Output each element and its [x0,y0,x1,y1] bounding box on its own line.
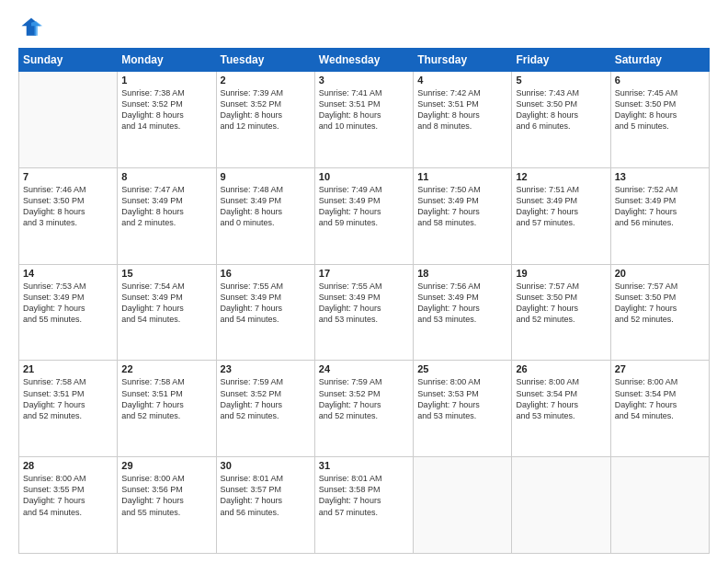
day-cell-31: 31Sunrise: 8:01 AM Sunset: 3:58 PM Dayli… [314,457,413,554]
day-cell-16: 16Sunrise: 7:55 AM Sunset: 3:49 PM Dayli… [216,264,314,361]
day-number: 24 [319,363,409,374]
svg-marker-0 [22,18,41,36]
day-info: Sunrise: 7:48 AM Sunset: 3:49 PM Dayligh… [221,184,311,229]
day-cell-13: 13Sunrise: 7:52 AM Sunset: 3:49 PM Dayli… [610,167,709,264]
day-number: 26 [516,363,606,374]
day-number: 4 [417,75,507,86]
day-info: Sunrise: 7:43 AM Sunset: 3:50 PM Dayligh… [516,87,606,132]
day-cell-19: 19Sunrise: 7:57 AM Sunset: 3:50 PM Dayli… [512,264,610,361]
day-number: 11 [417,171,507,182]
day-info: Sunrise: 7:39 AM Sunset: 3:52 PM Dayligh… [221,87,311,132]
weekday-header-wednesday: Wednesday [314,49,413,72]
day-info: Sunrise: 7:41 AM Sunset: 3:51 PM Dayligh… [319,87,409,132]
day-cell-6: 6Sunrise: 7:45 AM Sunset: 3:50 PM Daylig… [610,72,709,168]
day-number: 8 [121,171,211,182]
day-info: Sunrise: 7:46 AM Sunset: 3:50 PM Dayligh… [23,184,113,229]
empty-cell [414,457,512,554]
day-cell-22: 22Sunrise: 7:58 AM Sunset: 3:51 PM Dayli… [118,361,216,457]
empty-cell [512,457,610,554]
day-number: 21 [23,363,113,374]
day-info: Sunrise: 7:57 AM Sunset: 3:50 PM Dayligh… [615,281,705,326]
day-number: 27 [615,363,705,374]
weekday-header-friday: Friday [512,49,610,72]
header [18,15,710,40]
weekday-header-tuesday: Tuesday [216,49,314,72]
day-number: 18 [417,268,507,279]
day-cell-27: 27Sunrise: 8:00 AM Sunset: 3:54 PM Dayli… [610,361,709,457]
day-cell-25: 25Sunrise: 8:00 AM Sunset: 3:53 PM Dayli… [414,361,512,457]
weekday-header-monday: Monday [118,49,216,72]
day-number: 30 [221,460,311,471]
day-cell-20: 20Sunrise: 7:57 AM Sunset: 3:50 PM Dayli… [610,264,709,361]
day-cell-30: 30Sunrise: 8:01 AM Sunset: 3:57 PM Dayli… [216,457,314,554]
calendar-table: SundayMondayTuesdayWednesdayThursdayFrid… [18,48,710,554]
day-cell-15: 15Sunrise: 7:54 AM Sunset: 3:49 PM Dayli… [118,264,216,361]
day-info: Sunrise: 7:56 AM Sunset: 3:49 PM Dayligh… [417,281,507,326]
day-cell-23: 23Sunrise: 7:59 AM Sunset: 3:52 PM Dayli… [216,361,314,457]
logo-icon [18,15,44,40]
empty-cell [610,457,709,554]
logo [18,15,48,40]
day-number: 19 [516,268,606,279]
weekday-header-saturday: Saturday [610,49,709,72]
day-cell-1: 1Sunrise: 7:38 AM Sunset: 3:52 PM Daylig… [118,72,216,168]
day-number: 28 [23,460,113,471]
day-cell-10: 10Sunrise: 7:49 AM Sunset: 3:49 PM Dayli… [314,167,413,264]
day-cell-21: 21Sunrise: 7:58 AM Sunset: 3:51 PM Dayli… [19,361,118,457]
day-number: 7 [23,171,113,182]
day-info: Sunrise: 8:00 AM Sunset: 3:55 PM Dayligh… [23,473,113,518]
day-info: Sunrise: 7:38 AM Sunset: 3:52 PM Dayligh… [121,87,211,132]
day-info: Sunrise: 7:53 AM Sunset: 3:49 PM Dayligh… [23,281,113,326]
day-cell-5: 5Sunrise: 7:43 AM Sunset: 3:50 PM Daylig… [512,72,610,168]
day-number: 29 [121,460,211,471]
day-number: 20 [615,268,705,279]
day-info: Sunrise: 7:52 AM Sunset: 3:49 PM Dayligh… [615,184,705,229]
day-info: Sunrise: 8:00 AM Sunset: 3:53 PM Dayligh… [417,376,507,421]
day-number: 6 [615,75,705,86]
day-cell-4: 4Sunrise: 7:42 AM Sunset: 3:51 PM Daylig… [414,72,512,168]
empty-cell [19,72,118,168]
day-number: 15 [121,268,211,279]
weekday-header-row: SundayMondayTuesdayWednesdayThursdayFrid… [19,49,710,72]
day-info: Sunrise: 7:50 AM Sunset: 3:49 PM Dayligh… [417,184,507,229]
day-cell-3: 3Sunrise: 7:41 AM Sunset: 3:51 PM Daylig… [314,72,413,168]
day-cell-2: 2Sunrise: 7:39 AM Sunset: 3:52 PM Daylig… [216,72,314,168]
day-info: Sunrise: 8:00 AM Sunset: 3:54 PM Dayligh… [516,376,606,421]
day-info: Sunrise: 7:45 AM Sunset: 3:50 PM Dayligh… [615,87,705,132]
day-cell-18: 18Sunrise: 7:56 AM Sunset: 3:49 PM Dayli… [414,264,512,361]
week-row-1: 1Sunrise: 7:38 AM Sunset: 3:52 PM Daylig… [19,72,710,168]
day-cell-8: 8Sunrise: 7:47 AM Sunset: 3:49 PM Daylig… [118,167,216,264]
week-row-4: 21Sunrise: 7:58 AM Sunset: 3:51 PM Dayli… [19,361,710,457]
day-number: 1 [121,75,211,86]
week-row-2: 7Sunrise: 7:46 AM Sunset: 3:50 PM Daylig… [19,167,710,264]
day-cell-14: 14Sunrise: 7:53 AM Sunset: 3:49 PM Dayli… [19,264,118,361]
day-number: 10 [319,171,409,182]
day-info: Sunrise: 8:01 AM Sunset: 3:58 PM Dayligh… [319,473,409,518]
page: SundayMondayTuesdayWednesdayThursdayFrid… [0,0,728,563]
day-number: 23 [221,363,311,374]
weekday-header-thursday: Thursday [414,49,512,72]
day-number: 25 [417,363,507,374]
day-info: Sunrise: 7:55 AM Sunset: 3:49 PM Dayligh… [221,281,311,326]
day-number: 12 [516,171,606,182]
day-cell-29: 29Sunrise: 8:00 AM Sunset: 3:56 PM Dayli… [118,457,216,554]
day-info: Sunrise: 8:01 AM Sunset: 3:57 PM Dayligh… [221,473,311,518]
day-number: 5 [516,75,606,86]
day-info: Sunrise: 7:42 AM Sunset: 3:51 PM Dayligh… [417,87,507,132]
day-cell-11: 11Sunrise: 7:50 AM Sunset: 3:49 PM Dayli… [414,167,512,264]
day-number: 9 [221,171,311,182]
day-number: 22 [121,363,211,374]
day-cell-17: 17Sunrise: 7:55 AM Sunset: 3:49 PM Dayli… [314,264,413,361]
day-cell-26: 26Sunrise: 8:00 AM Sunset: 3:54 PM Dayli… [512,361,610,457]
day-info: Sunrise: 7:47 AM Sunset: 3:49 PM Dayligh… [121,184,211,229]
day-number: 16 [221,268,311,279]
day-number: 2 [221,75,311,86]
day-cell-28: 28Sunrise: 8:00 AM Sunset: 3:55 PM Dayli… [19,457,118,554]
day-number: 31 [319,460,409,471]
day-info: Sunrise: 7:57 AM Sunset: 3:50 PM Dayligh… [516,281,606,326]
day-cell-12: 12Sunrise: 7:51 AM Sunset: 3:49 PM Dayli… [512,167,610,264]
day-info: Sunrise: 7:54 AM Sunset: 3:49 PM Dayligh… [121,281,211,326]
weekday-header-sunday: Sunday [19,49,118,72]
day-info: Sunrise: 7:49 AM Sunset: 3:49 PM Dayligh… [319,184,409,229]
day-cell-7: 7Sunrise: 7:46 AM Sunset: 3:50 PM Daylig… [19,167,118,264]
